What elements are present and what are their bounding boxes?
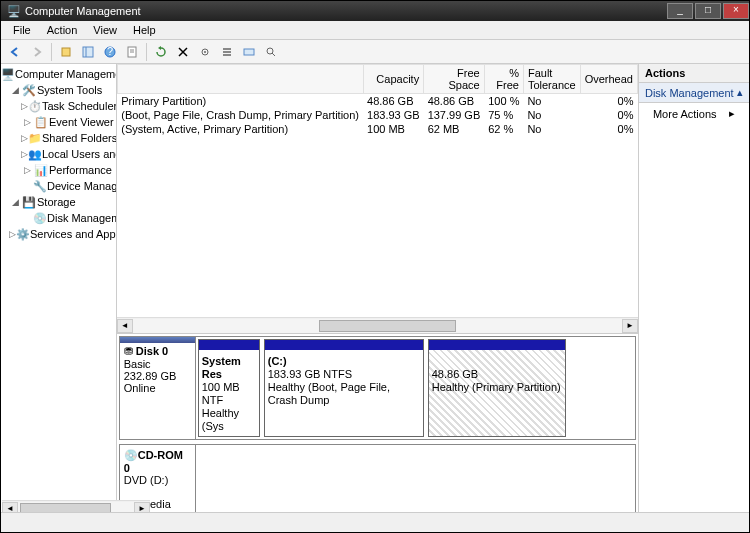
chevron-right-icon: ▸ <box>729 107 735 120</box>
tree-shared[interactable]: Shared Folders <box>42 132 117 144</box>
volume-unallocated[interactable]: 48.86 GBHealthy (Primary Partition) <box>428 339 566 437</box>
minimize-button[interactable]: _ <box>667 3 693 19</box>
view-button[interactable] <box>239 42 259 62</box>
expand-icon[interactable]: ▷ <box>9 229 16 239</box>
toolbar: ? <box>1 40 749 64</box>
tree-users[interactable]: Local Users and Groups <box>42 148 117 160</box>
disk-management-pane: Capacity Free Space % Free Fault Toleran… <box>117 64 639 512</box>
device-icon: 🔧 <box>33 178 47 194</box>
users-icon: 👥 <box>28 146 42 162</box>
back-button[interactable] <box>5 42 25 62</box>
col-fault[interactable]: Fault Tolerance <box>523 65 580 94</box>
computer-icon: 🖥️ <box>1 66 15 82</box>
expand-icon[interactable]: ▷ <box>21 165 33 175</box>
list-button[interactable] <box>217 42 237 62</box>
col-overhead[interactable]: Overhead <box>580 65 637 94</box>
disk-row[interactable]: ⛃ Disk 0 Basic 232.89 GB Online System R… <box>119 336 636 440</box>
svg-rect-11 <box>223 51 231 53</box>
services-icon: ⚙️ <box>16 226 30 242</box>
graphical-view: ⛃ Disk 0 Basic 232.89 GB Online System R… <box>117 334 638 512</box>
menubar: File Action View Help <box>1 21 749 40</box>
cdrom-row[interactable]: 💿CD-ROM 0 DVD (D:) No Media <box>119 444 636 515</box>
actions-header: Actions <box>639 64 749 83</box>
tree-devmgr[interactable]: Device Manager <box>47 180 117 192</box>
volume-system-reserved[interactable]: System Res100 MB NTFHealthy (Sys <box>198 339 260 437</box>
actions-more[interactable]: More Actions ▸ <box>639 103 749 124</box>
disk-icon: 💿 <box>33 210 47 226</box>
delete-button[interactable] <box>173 42 193 62</box>
col-pctfree[interactable]: % Free <box>484 65 523 94</box>
disk-header[interactable]: ⛃ Disk 0 Basic 232.89 GB Online <box>120 337 196 439</box>
navigation-tree[interactable]: 🖥️Computer Management (Local ◢🛠️System T… <box>1 64 117 512</box>
svg-rect-0 <box>62 48 70 56</box>
tree-event[interactable]: Event Viewer <box>49 116 114 128</box>
perf-icon: 📊 <box>33 162 49 178</box>
refresh-button[interactable] <box>151 42 171 62</box>
actions-section-label: Disk Management <box>645 87 734 99</box>
expand-icon[interactable]: ▷ <box>21 149 28 159</box>
volume-c[interactable]: (C:)183.93 GB NTFSHealthy (Boot, Page Fi… <box>264 339 424 437</box>
expand-icon[interactable]: ▷ <box>21 117 33 127</box>
toolbar-separator <box>146 43 147 61</box>
collapse-icon[interactable]: ◢ <box>9 197 21 207</box>
app-icon: 🖥️ <box>7 5 21 18</box>
svg-rect-12 <box>223 54 231 56</box>
tree-diskmgmt[interactable]: Disk Management <box>47 212 117 224</box>
tools-icon: 🛠️ <box>21 82 37 98</box>
status-bar <box>1 512 749 532</box>
storage-icon: 💾 <box>21 194 37 210</box>
up-button[interactable] <box>56 42 76 62</box>
search-button[interactable] <box>261 42 281 62</box>
svg-rect-1 <box>83 47 93 57</box>
chevron-up-icon: ▴ <box>737 86 743 99</box>
clock-icon: ⏱️ <box>28 98 42 114</box>
titlebar: 🖥️ Computer Management _ □ × <box>1 1 749 21</box>
tree-perf[interactable]: Performance <box>49 164 112 176</box>
cd-icon: 💿 <box>124 449 138 461</box>
settings-button[interactable] <box>195 42 215 62</box>
volume-list[interactable]: Capacity Free Space % Free Fault Toleran… <box>117 64 638 334</box>
disk-status: Online <box>124 382 156 394</box>
close-button[interactable]: × <box>723 3 749 19</box>
table-row[interactable]: (Boot, Page File, Crash Dump, Primary Pa… <box>117 108 637 122</box>
menu-help[interactable]: Help <box>125 22 164 38</box>
table-row[interactable]: (System, Active, Primary Partition)100 M… <box>117 122 637 136</box>
table-header-row: Capacity Free Space % Free Fault Toleran… <box>117 65 637 94</box>
svg-rect-10 <box>223 48 231 50</box>
tree-systools[interactable]: System Tools <box>37 84 102 96</box>
table-row[interactable]: Primary Partition)48.86 GB48.86 GB100 %N… <box>117 94 637 109</box>
tree-task[interactable]: Task Scheduler <box>42 100 117 112</box>
actions-more-label: More Actions <box>653 108 717 120</box>
scroll-right-icon[interactable]: ► <box>622 319 638 333</box>
scroll-left-icon[interactable]: ◄ <box>117 319 133 333</box>
menu-file[interactable]: File <box>5 22 39 38</box>
volume-list-scrollbar[interactable]: ◄ ► <box>117 317 638 333</box>
col-capacity[interactable]: Capacity <box>363 65 424 94</box>
properties-button[interactable] <box>122 42 142 62</box>
expand-icon[interactable]: ▷ <box>21 133 28 143</box>
disk-name: Disk 0 <box>136 345 168 357</box>
tree-services[interactable]: Services and Applications <box>30 228 117 240</box>
svg-point-9 <box>204 51 206 53</box>
scrollbar-thumb[interactable] <box>319 320 456 332</box>
col-freespace[interactable]: Free Space <box>424 65 485 94</box>
menu-action[interactable]: Action <box>39 22 86 38</box>
expand-icon[interactable]: ▷ <box>21 101 28 111</box>
tree-storage[interactable]: Storage <box>37 196 76 208</box>
actions-pane: Actions Disk Management ▴ More Actions ▸ <box>639 64 749 512</box>
window-title: Computer Management <box>25 5 665 17</box>
hdd-icon: ⛃ <box>124 345 133 357</box>
tree-root[interactable]: Computer Management (Local <box>15 68 117 80</box>
maximize-button[interactable]: □ <box>695 3 721 19</box>
col-layout[interactable] <box>117 65 363 94</box>
svg-line-15 <box>272 53 275 56</box>
disk-size: 232.89 GB <box>124 370 177 382</box>
collapse-icon[interactable]: ◢ <box>9 85 21 95</box>
help-button[interactable]: ? <box>100 42 120 62</box>
show-hide-button[interactable] <box>78 42 98 62</box>
cdrom-type: DVD (D:) <box>124 474 169 486</box>
svg-text:?: ? <box>107 46 113 57</box>
forward-button[interactable] <box>27 42 47 62</box>
actions-section[interactable]: Disk Management ▴ <box>639 83 749 103</box>
menu-view[interactable]: View <box>85 22 125 38</box>
